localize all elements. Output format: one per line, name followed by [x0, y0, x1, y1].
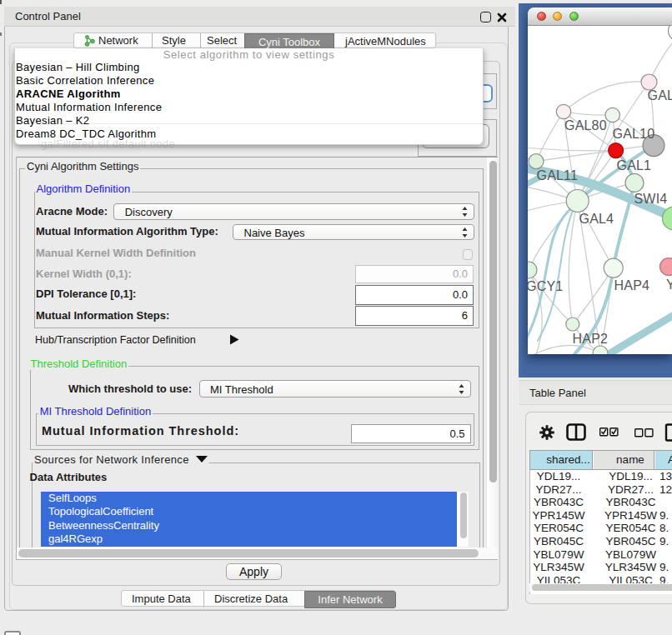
svg-text:GAL4: GAL4 — [579, 212, 614, 226]
svg-text:GAL11: GAL11 — [537, 168, 579, 182]
svg-text:SWI4: SWI4 — [634, 192, 668, 206]
svg-text:HAP2: HAP2 — [573, 332, 609, 346]
svg-text:GAL10: GAL10 — [613, 127, 655, 141]
svg-text:Y: Y — [666, 278, 672, 292]
svg-text:GAL7: GAL7 — [648, 88, 672, 102]
svg-text:GCY1: GCY1 — [528, 279, 563, 293]
svg-text:HAP4: HAP4 — [614, 278, 650, 292]
svg-text:GAL80: GAL80 — [564, 118, 607, 132]
svg-text:GAL1: GAL1 — [617, 158, 652, 172]
